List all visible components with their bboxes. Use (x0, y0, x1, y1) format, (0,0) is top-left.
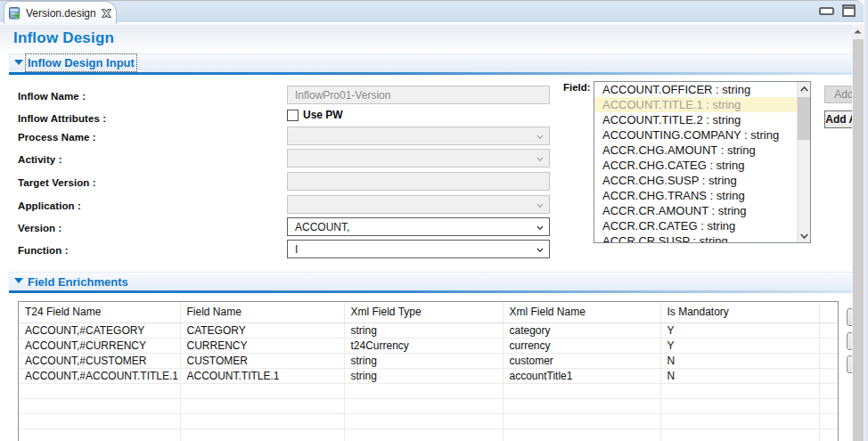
section-underline (9, 72, 852, 75)
col-header-xml-field-name[interactable]: Xml Field Name (503, 302, 660, 323)
field-list-scrollbar-thumb[interactable] (798, 97, 811, 140)
section-inflow-design-input[interactable] (9, 53, 852, 72)
table-row[interactable]: ACCOUNT,#CUSTOMER CUSTOMER string custom… (19, 353, 838, 368)
maximize-icon[interactable] (842, 4, 856, 17)
field-list-label: Field: (563, 82, 591, 93)
cell: string (344, 353, 503, 368)
add-button[interactable]: Add (824, 86, 852, 103)
col-header-is-mandatory[interactable]: Is Mandatory (660, 302, 819, 323)
list-item[interactable]: ACCOUNT.OFFICER : string (594, 82, 810, 97)
chevron-down-icon (536, 202, 543, 208)
col-header-spare (819, 302, 838, 323)
chevron-down-icon (536, 156, 543, 162)
view-controls (819, 4, 856, 18)
section-field-enrichments[interactable] (9, 272, 852, 290)
list-item[interactable]: ACCR.CHG.SUSP : string (594, 173, 810, 188)
function-combo[interactable]: I (287, 240, 550, 258)
scroll-down-arrow-icon[interactable] (798, 229, 811, 242)
cell (819, 368, 838, 383)
table-side-button-3[interactable] (847, 355, 852, 373)
cell: ACCOUNT.TITLE.1 (180, 368, 344, 383)
chevron-down-icon (536, 225, 543, 231)
table-row[interactable]: ACCOUNT,#CATEGORY CATEGORY string catego… (19, 323, 838, 338)
list-item[interactable]: ACCOUNT.TITLE.2 : string (594, 112, 810, 127)
cell: CUSTOMER (180, 353, 344, 368)
field-list-scrollbar[interactable] (797, 82, 810, 242)
table-row[interactable]: ACCOUNT,#CURRENCY CURRENCY t24Currency c… (19, 338, 838, 353)
label-application: Application : (18, 200, 81, 211)
cell: N (660, 368, 819, 383)
cell: ACCOUNT,#CURRENCY (19, 338, 180, 353)
label-process-name: Process Name : (18, 132, 96, 143)
function-value: I (295, 243, 298, 256)
cell (819, 338, 838, 353)
editor-window: Version.design Inflow Design Inflow Desi… (0, 0, 868, 441)
window-edge-strip (864, 0, 868, 441)
section-collapse-icon[interactable] (14, 278, 23, 283)
activity-combo[interactable] (287, 149, 550, 167)
cell: N (660, 353, 819, 368)
cell: CATEGORY (180, 323, 344, 338)
table-empty-row[interactable] (19, 413, 838, 429)
scroll-up-arrow-icon[interactable] (798, 82, 811, 95)
use-pw-checkbox-row: Use PW (287, 109, 343, 121)
chevron-down-icon (536, 134, 543, 140)
cell: category (503, 323, 660, 338)
section-title-inflow-design-input[interactable]: Inflow Design Input (28, 56, 135, 69)
design-file-icon (8, 6, 21, 20)
process-name-combo[interactable] (287, 127, 550, 145)
editor-vertical-scrollbar[interactable] (852, 25, 864, 441)
list-item[interactable]: ACCR.CR.CATEG : string (594, 218, 810, 233)
cell: t24Currency (344, 338, 503, 353)
table-side-button-2[interactable] (847, 332, 852, 350)
cell (819, 323, 838, 338)
chevron-down-icon (536, 247, 543, 253)
section-collapse-icon[interactable] (14, 60, 23, 65)
use-pw-label: Use PW (303, 109, 343, 121)
list-item[interactable]: ACCR.CR.AMOUNT : string (594, 203, 810, 218)
target-version-input[interactable] (287, 172, 550, 191)
inflow-name-input[interactable]: InflowPro01-Version (287, 86, 550, 104)
version-value: ACCOUNT, (295, 221, 349, 233)
cell: ACCOUNT,#CUSTOMER (19, 353, 180, 368)
scroll-up-arrow-icon[interactable] (852, 25, 864, 38)
cell: string (344, 368, 503, 383)
tab-version-design[interactable]: Version.design (4, 1, 117, 24)
field-enrichments-table: T24 Field Name Field Name Xml Field Type… (18, 301, 839, 441)
cell: ACCOUNT,#CATEGORY (19, 323, 180, 338)
table-empty-row[interactable] (19, 398, 838, 413)
use-pw-checkbox[interactable] (287, 110, 299, 121)
cell: customer (503, 353, 660, 368)
list-item[interactable]: ACCR.CHG.AMOUNT : string (594, 143, 810, 158)
table-empty-row[interactable] (19, 383, 838, 398)
cell: ACCOUNT,#ACCOUNT.TITLE.1 (19, 368, 180, 383)
field-list[interactable]: ACCOUNT.OFFICER : string ACCOUNT.TITLE.1… (594, 81, 811, 243)
minimize-icon[interactable] (819, 7, 834, 15)
list-item[interactable]: ACCR.CR.SUSP : string (594, 233, 810, 243)
label-activity: Activity : (18, 154, 62, 165)
cell: Y (660, 323, 819, 338)
table-side-button-1[interactable] (847, 308, 852, 326)
editor-scrollbar-thumb[interactable] (853, 39, 864, 441)
cell: string (344, 323, 503, 338)
section-title-field-enrichments[interactable]: Field Enrichments (28, 275, 128, 289)
table-row[interactable]: ACCOUNT,#ACCOUNT.TITLE.1 ACCOUNT.TITLE.1… (19, 368, 838, 383)
col-header-field-name[interactable]: Field Name (180, 302, 344, 323)
label-version: Version : (18, 223, 61, 233)
list-item-highlighted[interactable]: ACCOUNT.TITLE.1 : string (594, 97, 810, 112)
add-all-button[interactable]: Add All (824, 110, 852, 128)
list-item[interactable]: ACCR.CHG.TRANS : string (594, 188, 810, 203)
form-heading-gradient (0, 25, 852, 55)
col-header-t24-field-name[interactable]: T24 Field Name (19, 302, 180, 323)
col-header-xml-field-type[interactable]: Xml Field Type (344, 302, 503, 323)
application-combo[interactable] (287, 195, 550, 214)
cell: CURRENCY (180, 338, 344, 353)
list-item[interactable]: ACCR.CHG.CATEG : string (594, 158, 810, 173)
table-empty-row[interactable] (19, 429, 838, 441)
inflow-name-value: InflowPro01-Version (295, 89, 390, 102)
tab-close-icon[interactable] (102, 9, 111, 18)
label-target-version: Target Version : (18, 177, 96, 188)
table-header-row: T24 Field Name Field Name Xml Field Type… (19, 302, 838, 323)
version-combo[interactable]: ACCOUNT, (287, 217, 550, 236)
list-item[interactable]: ACCOUNTING.COMPANY : string (594, 127, 810, 143)
